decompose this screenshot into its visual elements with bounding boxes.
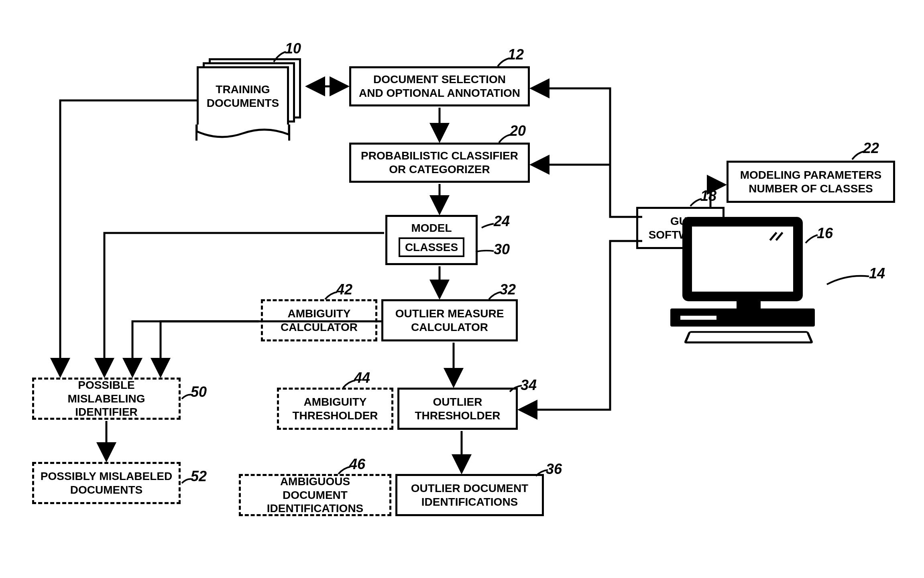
training-docs-label: TRAINING DOCUMENTS — [207, 83, 279, 110]
ref-30: 30 — [494, 241, 510, 258]
computer-icon — [682, 217, 815, 345]
classes-label: CLASSES — [405, 241, 458, 253]
modeling-parameters-box: MODELING PARAMETERS NUMBER OF CLASSES — [727, 161, 895, 203]
outlier-ids-label: OUTLIER DOCUMENT IDENTIFICATIONS — [411, 482, 528, 509]
outlier-ids-box: OUTLIER DOCUMENT IDENTIFICATIONS — [395, 474, 544, 516]
outlier-thresholder-label: OUTLIER THRESHOLDER — [415, 395, 500, 422]
classes-inner-box: CLASSES — [399, 237, 464, 257]
ambiguity-calculator-label: AMBIGUITY CALCULATOR — [281, 307, 358, 334]
outlier-thresholder-box: OUTLIER THRESHOLDER — [397, 388, 518, 430]
mislabeling-identifier-box: POSSIBLE MISLABELING IDENTIFIER — [32, 378, 181, 420]
classifier-box: PROBABILISTIC CLASSIFIER OR CATEGORIZER — [349, 143, 530, 183]
document-selection-label: DOCUMENT SELECTION AND OPTIONAL ANNOTATI… — [359, 73, 520, 100]
ambiguity-thresholder-label: AMBIGUITY THRESHOLDER — [292, 395, 378, 422]
model-box: MODEL CLASSES — [385, 215, 478, 265]
outlier-calculator-label: OUTLIER MEASURE CALCULATOR — [395, 307, 504, 334]
ref-24: 24 — [494, 213, 510, 230]
mislabeled-documents-label: POSSIBLY MISLABELED DOCUMENTS — [41, 470, 172, 496]
ref-14: 14 — [869, 265, 885, 282]
ambiguity-thresholder-box: AMBIGUITY THRESHOLDER — [277, 388, 393, 430]
mislabeling-identifier-label: POSSIBLE MISLABELING IDENTIFIER — [40, 378, 173, 419]
training-documents-stack: TRAINING DOCUMENTS — [197, 66, 301, 139]
ambiguity-calculator-box: AMBIGUITY CALCULATOR — [261, 299, 377, 341]
ambiguous-ids-box: AMBIGUOUS DOCUMENT IDENTIFICATIONS — [239, 474, 391, 516]
document-selection-box: DOCUMENT SELECTION AND OPTIONAL ANNOTATI… — [349, 66, 530, 106]
model-label: MODEL — [411, 221, 452, 235]
modeling-parameters-label: MODELING PARAMETERS NUMBER OF CLASSES — [740, 168, 882, 195]
classifier-label: PROBABILISTIC CLASSIFIER OR CATEGORIZER — [361, 149, 518, 176]
mislabeled-documents-box: POSSIBLY MISLABELED DOCUMENTS — [32, 462, 181, 504]
ambiguous-ids-label: AMBIGUOUS DOCUMENT IDENTIFICATIONS — [247, 475, 383, 515]
outlier-calculator-box: OUTLIER MEASURE CALCULATOR — [381, 299, 518, 341]
